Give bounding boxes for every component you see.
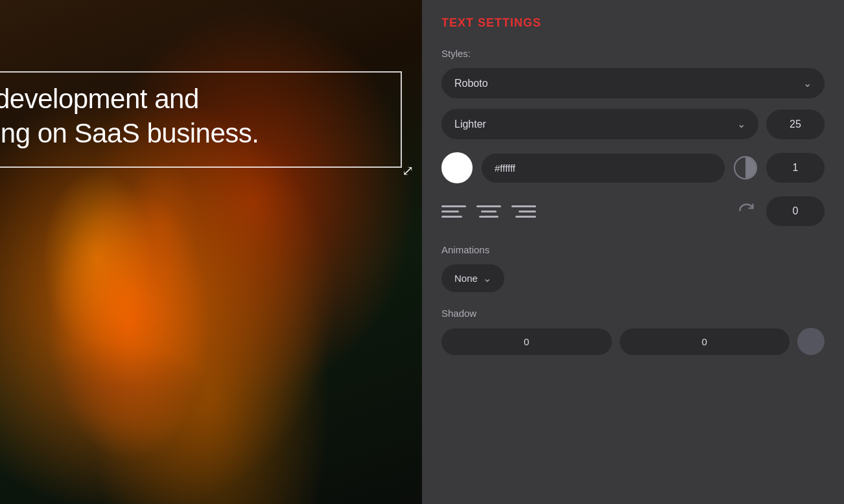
rotation-section: 0 — [735, 196, 825, 226]
align-left-button[interactable] — [441, 199, 466, 223]
font-family-value: Roboto — [454, 78, 488, 89]
shadow-x-input[interactable]: 0 — [441, 328, 612, 355]
canvas-text-line2: ing on SaaS business. — [0, 117, 388, 151]
animations-label: Animations — [441, 244, 825, 255]
rotate-icon[interactable] — [735, 200, 758, 223]
text-selection-box[interactable]: development and ing on SaaS business. ⤢ — [0, 71, 402, 168]
align-left-line1 — [441, 205, 466, 207]
font-family-dropdown[interactable]: Roboto ⌄ — [441, 68, 825, 98]
alignment-row: 0 — [441, 196, 825, 226]
color-hex-value: #ffffff — [495, 163, 515, 174]
shadow-label: Shadow — [441, 308, 825, 319]
font-size-value: 25 — [790, 119, 801, 130]
shadow-color-circle[interactable] — [797, 328, 825, 355]
rotation-value: 0 — [793, 205, 799, 216]
animation-dropdown[interactable]: None ⌄ — [441, 264, 504, 292]
opacity-input[interactable]: 1 — [766, 153, 825, 183]
move-cursor-icon: ⤢ — [402, 163, 414, 179]
align-right-button[interactable] — [511, 199, 536, 223]
rotate-svg — [738, 202, 756, 220]
align-right-line3 — [515, 216, 536, 218]
chevron-down-icon-3: ⌄ — [483, 272, 491, 284]
canvas-area: development and ing on SaaS business. ⤢ — [0, 0, 422, 504]
font-weight-size-row: Lighter ⌄ 25 — [441, 109, 825, 139]
align-center-line3 — [479, 216, 498, 218]
shadow-y-input[interactable]: 0 — [620, 328, 790, 355]
opacity-icon[interactable] — [734, 156, 757, 179]
panel-title: TEXT SETTINGS — [441, 16, 825, 30]
canvas-text: development and ing on SaaS business. — [0, 82, 388, 150]
styles-label: Styles: — [441, 48, 825, 59]
shadow-row: 0 0 — [441, 328, 825, 355]
font-weight-value: Lighter — [454, 119, 486, 130]
opacity-value: 1 — [793, 162, 799, 173]
shadow-x-value: 0 — [524, 336, 529, 347]
align-center-line2 — [481, 211, 497, 212]
color-row: #ffffff 1 — [441, 152, 825, 183]
align-center-line1 — [476, 205, 501, 207]
animation-value: None — [454, 273, 478, 284]
align-center-button[interactable] — [476, 199, 501, 223]
align-right-line1 — [511, 205, 536, 207]
rotation-input[interactable]: 0 — [766, 196, 825, 226]
chevron-down-icon-2: ⌄ — [737, 118, 745, 130]
align-right-line2 — [519, 211, 536, 212]
font-size-input[interactable]: 25 — [766, 109, 825, 139]
font-weight-dropdown[interactable]: Lighter ⌄ — [441, 109, 758, 139]
settings-panel: TEXT SETTINGS Styles: Roboto ⌄ Lighter ⌄… — [422, 0, 844, 504]
color-hex-input[interactable]: #ffffff — [482, 154, 725, 183]
shadow-y-value: 0 — [702, 336, 707, 347]
align-left-line2 — [441, 211, 459, 212]
align-left-line3 — [441, 216, 462, 218]
color-picker-circle[interactable] — [441, 152, 473, 183]
chevron-down-icon: ⌄ — [803, 77, 812, 89]
canvas-text-line1: development and — [0, 82, 388, 117]
